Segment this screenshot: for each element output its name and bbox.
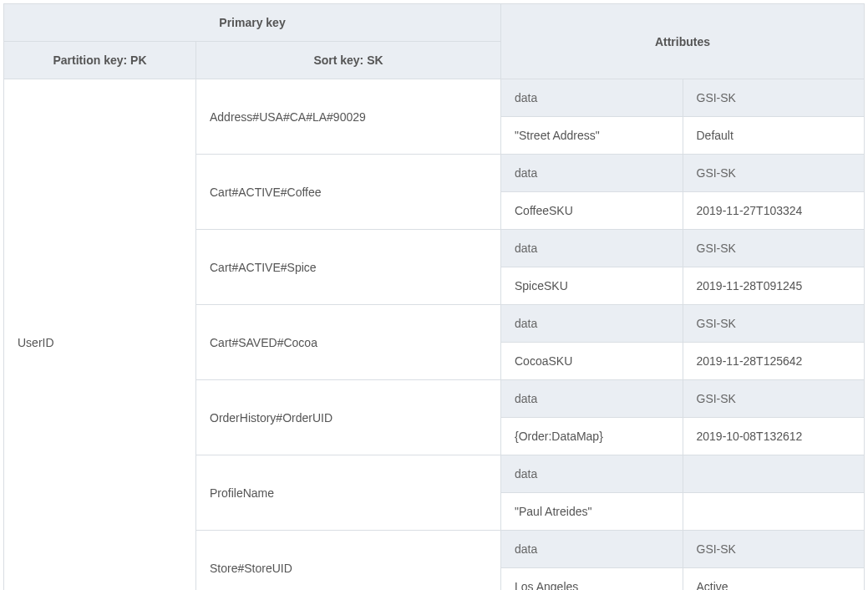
attr-value-cell: 2019-11-28T091245	[683, 267, 865, 305]
attr-value-cell: "Paul Atreides"	[501, 493, 683, 531]
attr-value-cell: 2019-11-27T103324	[683, 192, 865, 230]
sort-key-cell: OrderHistory#OrderUID	[196, 380, 501, 455]
attr-header-cell: GSI-SK	[683, 230, 865, 267]
attr-value-cell: 2019-10-08T132612	[683, 418, 865, 455]
attr-header-cell: data	[501, 455, 683, 493]
header-sort-key: Sort key: SK	[196, 42, 501, 79]
attr-value-cell: 2019-11-28T125642	[683, 343, 865, 380]
attr-value-cell: "Street Address"	[501, 117, 683, 155]
sort-key-cell: Cart#ACTIVE#Coffee	[196, 155, 501, 230]
attr-value-cell: CocoaSKU	[501, 343, 683, 380]
attr-header-cell: data	[501, 531, 683, 568]
attr-header-cell: data	[501, 79, 683, 117]
attr-value-cell	[683, 493, 865, 531]
attr-header-cell: GSI-SK	[683, 79, 865, 117]
partition-key-cell: UserID	[4, 79, 196, 591]
attr-header-cell: GSI-SK	[683, 380, 865, 418]
sort-key-cell: Cart#ACTIVE#Spice	[196, 230, 501, 305]
attr-value-cell: {Order:DataMap}	[501, 418, 683, 455]
sort-key-cell: Store#StoreUID	[196, 531, 501, 591]
attr-header-cell: GSI-SK	[683, 155, 865, 192]
sort-key-cell: Address#USA#CA#LA#90029	[196, 79, 501, 155]
header-partition-key: Partition key: PK	[4, 42, 196, 79]
attr-value-cell: Default	[683, 117, 865, 155]
attr-header-cell: data	[501, 305, 683, 343]
attr-header-cell: GSI-SK	[683, 305, 865, 343]
attr-value-cell: Los Angeles	[501, 568, 683, 591]
attr-header-cell: data	[501, 380, 683, 418]
dynamodb-table: Primary key Attributes Partition key: PK…	[3, 3, 865, 590]
header-primary-key: Primary key	[4, 4, 501, 42]
attr-value-cell: SpiceSKU	[501, 267, 683, 305]
sort-key-cell: Cart#SAVED#Cocoa	[196, 305, 501, 380]
sort-key-cell: ProfileName	[196, 455, 501, 531]
attr-header-cell: data	[501, 230, 683, 267]
attr-value-cell: Active	[683, 568, 865, 591]
attr-header-cell: GSI-SK	[683, 531, 865, 568]
table-row: UserID Address#USA#CA#LA#90029 data GSI-…	[4, 79, 865, 117]
attr-header-cell: data	[501, 155, 683, 192]
header-attributes: Attributes	[501, 4, 865, 79]
attr-header-cell	[683, 455, 865, 493]
attr-value-cell: CoffeeSKU	[501, 192, 683, 230]
